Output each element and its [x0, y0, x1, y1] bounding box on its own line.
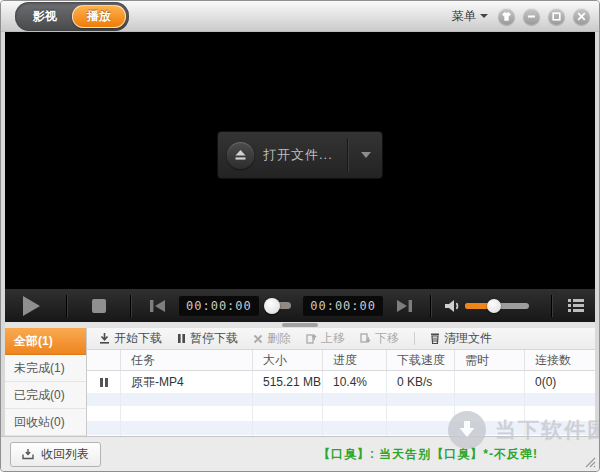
move-down-icon — [360, 333, 371, 344]
tab-movies[interactable]: 影视 — [18, 5, 72, 28]
col-size[interactable]: 大小 — [253, 350, 323, 370]
tool-label: 清理文件 — [444, 330, 492, 347]
cell-eta — [455, 371, 525, 393]
minimize-icon — [527, 12, 536, 21]
empty-row — [87, 421, 595, 435]
video-area: 打开文件... — [5, 32, 595, 289]
menu-button[interactable]: 菜单 — [450, 5, 490, 28]
download-toolbar: 开始下载 暂停下载 删除 — [87, 328, 595, 350]
col-progress[interactable]: 进度 — [323, 350, 387, 370]
cell-task: 原罪-MP4 — [121, 371, 253, 393]
collapse-list-label: 收回列表 — [41, 446, 89, 463]
close-button[interactable] — [573, 8, 590, 25]
open-file-dropdown[interactable] — [349, 132, 382, 178]
start-download-icon — [99, 333, 110, 344]
divider — [130, 295, 132, 317]
task-filter-sidebar: 全部(1) 未完成(1) 已完成(0) 回收站(0) — [5, 328, 87, 438]
sidebar-item-completed[interactable]: 已完成(0) — [5, 382, 86, 409]
open-file-label: 打开文件... — [263, 146, 333, 164]
delete-button[interactable]: 删除 — [253, 330, 291, 347]
seek-thumb[interactable] — [264, 298, 280, 314]
minimize-button[interactable] — [523, 8, 540, 25]
menu-label: 菜单 — [452, 8, 476, 25]
player-window: 影视 播放 菜单 — [0, 0, 600, 472]
elapsed-time: 00:00:00 — [179, 296, 259, 316]
pause-download-button[interactable]: 暂停下载 — [177, 330, 238, 347]
pause-download-icon — [177, 333, 186, 344]
duration-time: 00:00:00 — [303, 296, 383, 316]
table-row[interactable]: 原罪-MP4 515.21 MB 10.4% 0 KB/s 0(0) — [87, 371, 595, 393]
divider — [66, 295, 68, 317]
sidebar-item-incomplete[interactable]: 未完成(1) — [5, 355, 86, 382]
col-status[interactable] — [87, 350, 121, 370]
ad-link[interactable]: 【口臭】: 当天告别【口臭】*-不反弹! — [318, 446, 590, 463]
col-task[interactable]: 任务 — [121, 350, 253, 370]
tool-label: 删除 — [267, 330, 291, 347]
divider — [430, 295, 432, 317]
empty-row — [87, 393, 595, 406]
previous-button[interactable] — [148, 298, 167, 314]
splitter-handle[interactable] — [282, 323, 318, 327]
title-bar: 影视 播放 菜单 — [1, 1, 599, 32]
move-down-button[interactable]: 下移 — [360, 330, 399, 347]
volume-icon[interactable] — [444, 298, 461, 314]
move-up-button[interactable]: 上移 — [306, 330, 345, 347]
cell-size: 515.21 MB — [253, 371, 323, 393]
playlist-button[interactable] — [567, 298, 585, 313]
collapse-list-button[interactable]: 收回列表 — [10, 442, 101, 467]
download-panel: 全部(1) 未完成(1) 已完成(0) 回收站(0) 开始下载 — [5, 328, 595, 438]
playback-controls: 00:00:00 00:00:00 — [5, 289, 595, 322]
cell-progress: 10.4% — [323, 371, 387, 393]
paused-icon — [100, 378, 108, 387]
close-icon — [577, 12, 586, 21]
collapse-list-icon — [22, 448, 34, 460]
maximize-icon — [552, 12, 561, 21]
sidebar-item-recycle[interactable]: 回收站(0) — [5, 409, 86, 436]
next-button[interactable] — [395, 298, 414, 314]
volume-thumb[interactable] — [487, 299, 501, 313]
clean-files-icon — [430, 333, 440, 344]
move-up-icon — [306, 333, 317, 344]
open-file-button[interactable]: 打开文件... — [217, 131, 383, 179]
start-download-button[interactable]: 开始下载 — [99, 330, 162, 347]
col-speed[interactable]: 下载速度 — [387, 350, 455, 370]
clean-files-button[interactable]: 清理文件 — [430, 330, 492, 347]
empty-row — [87, 406, 595, 421]
col-eta[interactable]: 需时 — [455, 350, 525, 370]
tool-label: 上移 — [321, 330, 345, 347]
eject-icon — [227, 142, 254, 169]
col-connections[interactable]: 连接数 — [525, 350, 595, 370]
tool-label: 开始下载 — [114, 330, 162, 347]
mode-tab-group: 影视 播放 — [15, 2, 129, 31]
tab-play[interactable]: 播放 — [72, 5, 126, 28]
chevron-down-icon — [480, 14, 488, 18]
chevron-down-icon — [361, 152, 371, 158]
tool-label: 暂停下载 — [190, 330, 238, 347]
cell-speed: 0 KB/s — [387, 371, 455, 393]
divider — [551, 295, 553, 317]
task-table-header: 任务 大小 进度 下载速度 需时 连接数 — [87, 350, 595, 371]
divider — [414, 332, 415, 345]
status-bar: 收回列表 【口臭】: 当天告别【口臭】*-不反弹! — [1, 436, 599, 471]
shirt-icon — [501, 11, 512, 22]
sidebar-item-all[interactable]: 全部(1) — [5, 328, 86, 355]
task-status-paused — [87, 371, 121, 393]
volume-slider[interactable] — [465, 303, 529, 309]
tool-label: 下移 — [375, 330, 399, 347]
delete-icon — [253, 334, 263, 344]
cell-connections: 0(0) — [525, 371, 595, 393]
seek-bar[interactable] — [271, 302, 291, 309]
skin-button[interactable] — [498, 8, 515, 25]
maximize-button[interactable] — [548, 8, 565, 25]
stop-button[interactable] — [92, 299, 106, 313]
play-button[interactable] — [23, 296, 40, 316]
resize-grip[interactable] — [584, 456, 596, 468]
